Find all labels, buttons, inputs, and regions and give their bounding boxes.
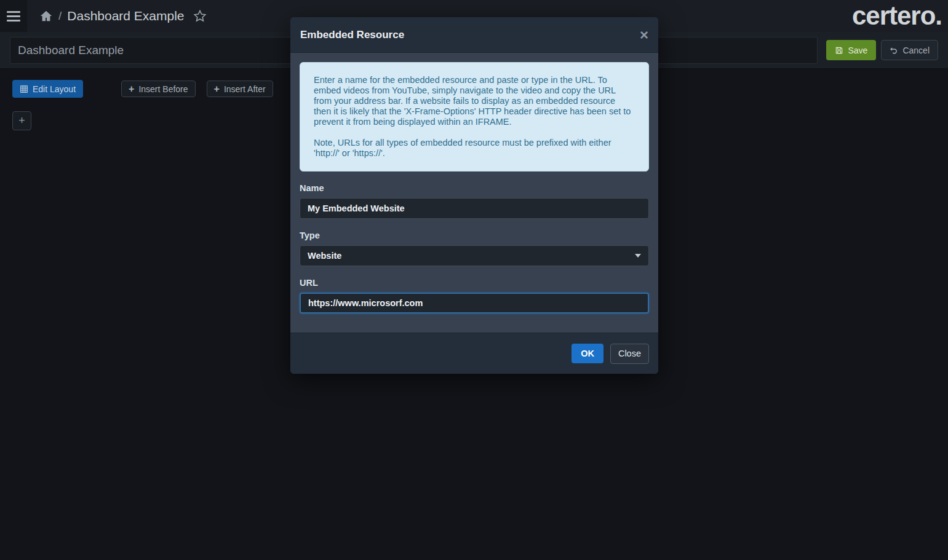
type-select-value: Website xyxy=(308,251,341,261)
close-button-label: Close xyxy=(618,349,641,358)
plus-icon: + xyxy=(18,114,25,127)
hamburger-menu-button[interactable] xyxy=(0,0,27,32)
url-input[interactable] xyxy=(300,293,649,314)
plus-icon: + xyxy=(214,84,220,94)
modal-close-button[interactable]: Close xyxy=(610,344,649,364)
name-field-label: Name xyxy=(300,183,649,193)
close-icon[interactable]: × xyxy=(640,28,648,42)
breadcrumb-title[interactable]: Dashboard Example xyxy=(67,9,184,23)
save-button-label: Save xyxy=(848,46,867,55)
type-select[interactable]: Website xyxy=(300,245,649,266)
certero-logo: certero. xyxy=(852,0,942,32)
name-input[interactable] xyxy=(300,198,649,219)
undo-icon xyxy=(890,46,898,55)
insert-after-button[interactable]: + Insert After xyxy=(207,81,273,97)
breadcrumb: / Dashboard Example xyxy=(39,9,207,23)
info-paragraph-2: Note, URLs for all types of embedded res… xyxy=(314,138,635,159)
home-icon[interactable] xyxy=(39,9,53,23)
info-message: Enter a name for the embedded resource a… xyxy=(300,62,649,172)
ok-button[interactable]: OK xyxy=(572,344,603,363)
save-icon xyxy=(835,46,843,55)
cancel-button-label: Cancel xyxy=(902,46,930,55)
cancel-button[interactable]: Cancel xyxy=(881,40,938,60)
url-field-label: URL xyxy=(300,278,649,288)
breadcrumb-separator: / xyxy=(58,9,62,23)
insert-after-label: Insert After xyxy=(224,85,266,93)
edit-layout-label: Edit Layout xyxy=(33,85,76,93)
chevron-down-icon xyxy=(635,254,641,258)
modal-body: Enter a name for the embedded resource a… xyxy=(290,53,658,323)
ok-button-label: OK xyxy=(581,349,594,358)
layout-actions-row: Edit Layout + Insert Before + Insert Aft… xyxy=(12,80,273,98)
plus-icon: + xyxy=(129,84,134,94)
grid-icon xyxy=(20,85,28,93)
modal-title: Embedded Resource xyxy=(300,29,404,41)
info-paragraph-1: Enter a name for the embedded resource a… xyxy=(314,75,635,127)
edit-layout-button[interactable]: Edit Layout xyxy=(12,80,83,98)
modal-header: Embedded Resource × xyxy=(290,17,658,53)
embedded-resource-modal: Embedded Resource × Enter a name for the… xyxy=(290,17,658,374)
save-button[interactable]: Save xyxy=(826,40,876,60)
type-field-label: Type xyxy=(300,231,649,240)
modal-footer: OK Close xyxy=(290,333,658,374)
hamburger-icon xyxy=(7,9,20,24)
add-widget-button[interactable]: + xyxy=(12,111,31,130)
insert-before-button[interactable]: + Insert Before xyxy=(121,81,196,97)
insert-before-label: Insert Before xyxy=(138,85,188,93)
star-icon[interactable] xyxy=(193,9,207,23)
